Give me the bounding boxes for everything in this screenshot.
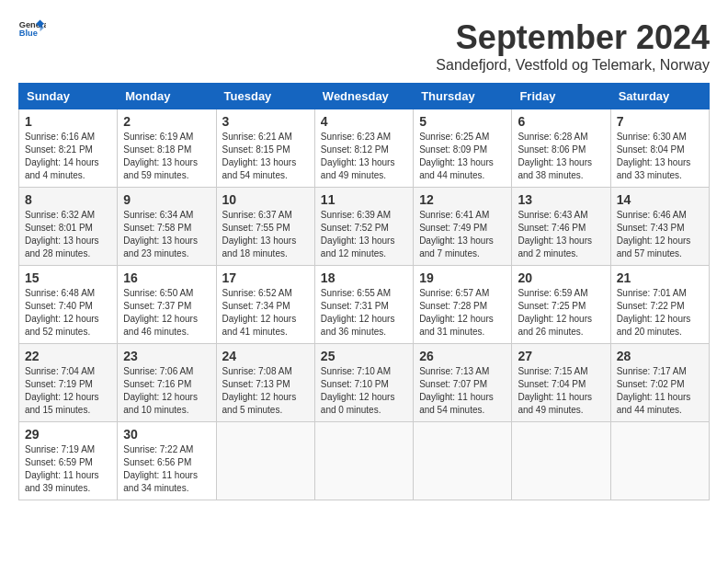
calendar-cell-3-5: 19Sunrise: 6:57 AM Sunset: 7:28 PM Dayli… bbox=[414, 266, 512, 344]
day-info: Sunrise: 6:39 AM Sunset: 7:52 PM Dayligh… bbox=[321, 209, 407, 260]
day-info: Sunrise: 6:16 AM Sunset: 8:21 PM Dayligh… bbox=[25, 131, 111, 182]
day-info: Sunrise: 6:21 AM Sunset: 8:15 PM Dayligh… bbox=[222, 131, 309, 182]
day-info: Sunrise: 6:30 AM Sunset: 8:04 PM Dayligh… bbox=[617, 131, 703, 182]
calendar-cell-5-3 bbox=[216, 422, 314, 500]
day-info: Sunrise: 7:13 AM Sunset: 7:07 PM Dayligh… bbox=[419, 365, 506, 417]
calendar-cell-3-6: 20Sunrise: 6:59 AM Sunset: 7:25 PM Dayli… bbox=[512, 266, 610, 344]
day-number: 2 bbox=[123, 114, 210, 129]
calendar-cell-2-6: 13Sunrise: 6:43 AM Sunset: 7:46 PM Dayli… bbox=[512, 188, 610, 266]
day-number: 30 bbox=[123, 427, 210, 442]
calendar-cell-1-4: 4Sunrise: 6:23 AM Sunset: 8:12 PM Daylig… bbox=[314, 109, 413, 188]
title-section: September 2024 Sandefjord, Vestfold og T… bbox=[436, 18, 710, 74]
day-number: 6 bbox=[518, 114, 604, 129]
calendar-cell-4-1: 22Sunrise: 7:04 AM Sunset: 7:19 PM Dayli… bbox=[19, 344, 118, 422]
calendar-cell-2-1: 8Sunrise: 6:32 AM Sunset: 8:01 PM Daylig… bbox=[19, 188, 118, 266]
day-info: Sunrise: 7:04 AM Sunset: 7:19 PM Dayligh… bbox=[25, 365, 111, 417]
day-info: Sunrise: 7:17 AM Sunset: 7:02 PM Dayligh… bbox=[617, 365, 703, 417]
day-number: 17 bbox=[222, 270, 309, 285]
logo-icon: General Blue bbox=[18, 18, 46, 37]
day-info: Sunrise: 6:41 AM Sunset: 7:49 PM Dayligh… bbox=[419, 209, 506, 260]
day-info: Sunrise: 6:34 AM Sunset: 7:58 PM Dayligh… bbox=[123, 209, 210, 260]
weekday-sunday: Sunday bbox=[19, 84, 118, 109]
day-number: 22 bbox=[25, 349, 111, 363]
day-info: Sunrise: 6:52 AM Sunset: 7:34 PM Dayligh… bbox=[222, 287, 309, 339]
day-number: 9 bbox=[123, 192, 210, 207]
weekday-wednesday: Wednesday bbox=[314, 84, 413, 109]
week-row-4: 22Sunrise: 7:04 AM Sunset: 7:19 PM Dayli… bbox=[19, 344, 710, 422]
day-info: Sunrise: 7:06 AM Sunset: 7:16 PM Dayligh… bbox=[123, 365, 210, 417]
weekday-tuesday: Tuesday bbox=[216, 84, 314, 109]
day-number: 1 bbox=[25, 114, 111, 129]
calendar-title: September 2024 bbox=[436, 18, 710, 57]
calendar-cell-1-5: 5Sunrise: 6:25 AM Sunset: 8:09 PM Daylig… bbox=[414, 109, 512, 188]
day-number: 7 bbox=[617, 114, 703, 129]
day-info: Sunrise: 7:10 AM Sunset: 7:10 PM Dayligh… bbox=[321, 365, 407, 417]
day-info: Sunrise: 7:22 AM Sunset: 6:56 PM Dayligh… bbox=[123, 443, 210, 495]
day-number: 12 bbox=[419, 192, 506, 207]
day-info: Sunrise: 7:01 AM Sunset: 7:22 PM Dayligh… bbox=[617, 287, 703, 339]
calendar-cell-5-2: 30Sunrise: 7:22 AM Sunset: 6:56 PM Dayli… bbox=[118, 422, 216, 500]
day-number: 4 bbox=[321, 114, 407, 129]
day-info: Sunrise: 6:43 AM Sunset: 7:46 PM Dayligh… bbox=[518, 209, 604, 260]
calendar-cell-4-7: 28Sunrise: 7:17 AM Sunset: 7:02 PM Dayli… bbox=[610, 344, 709, 422]
day-number: 26 bbox=[419, 349, 506, 363]
day-number: 19 bbox=[419, 270, 506, 285]
week-row-5: 29Sunrise: 7:19 AM Sunset: 6:59 PM Dayli… bbox=[19, 422, 710, 500]
day-info: Sunrise: 7:19 AM Sunset: 6:59 PM Dayligh… bbox=[25, 443, 111, 495]
week-row-1: 1Sunrise: 6:16 AM Sunset: 8:21 PM Daylig… bbox=[19, 109, 710, 188]
calendar-cell-4-5: 26Sunrise: 7:13 AM Sunset: 7:07 PM Dayli… bbox=[414, 344, 512, 422]
day-number: 16 bbox=[123, 270, 210, 285]
calendar-cell-3-2: 16Sunrise: 6:50 AM Sunset: 7:37 PM Dayli… bbox=[118, 266, 216, 344]
day-info: Sunrise: 6:28 AM Sunset: 8:06 PM Dayligh… bbox=[518, 131, 604, 182]
calendar-cell-1-7: 7Sunrise: 6:30 AM Sunset: 8:04 PM Daylig… bbox=[610, 109, 709, 188]
calendar-cell-3-4: 18Sunrise: 6:55 AM Sunset: 7:31 PM Dayli… bbox=[314, 266, 413, 344]
day-number: 5 bbox=[419, 114, 506, 129]
day-info: Sunrise: 7:08 AM Sunset: 7:13 PM Dayligh… bbox=[222, 365, 309, 417]
day-number: 14 bbox=[617, 192, 703, 207]
calendar-cell-2-2: 9Sunrise: 6:34 AM Sunset: 7:58 PM Daylig… bbox=[118, 188, 216, 266]
weekday-monday: Monday bbox=[118, 84, 216, 109]
calendar-cell-2-3: 10Sunrise: 6:37 AM Sunset: 7:55 PM Dayli… bbox=[216, 188, 314, 266]
day-info: Sunrise: 6:50 AM Sunset: 7:37 PM Dayligh… bbox=[123, 287, 210, 339]
day-info: Sunrise: 6:37 AM Sunset: 7:55 PM Dayligh… bbox=[222, 209, 309, 260]
calendar-cell-3-3: 17Sunrise: 6:52 AM Sunset: 7:34 PM Dayli… bbox=[216, 266, 314, 344]
calendar-cell-2-7: 14Sunrise: 6:46 AM Sunset: 7:43 PM Dayli… bbox=[610, 188, 709, 266]
weekday-saturday: Saturday bbox=[610, 84, 709, 109]
day-info: Sunrise: 6:46 AM Sunset: 7:43 PM Dayligh… bbox=[617, 209, 703, 260]
day-number: 20 bbox=[518, 270, 604, 285]
week-row-3: 15Sunrise: 6:48 AM Sunset: 7:40 PM Dayli… bbox=[19, 266, 710, 344]
calendar-cell-2-4: 11Sunrise: 6:39 AM Sunset: 7:52 PM Dayli… bbox=[314, 188, 413, 266]
day-number: 10 bbox=[222, 192, 309, 207]
calendar-cell-1-1: 1Sunrise: 6:16 AM Sunset: 8:21 PM Daylig… bbox=[19, 109, 118, 188]
day-number: 27 bbox=[518, 349, 604, 363]
calendar-cell-1-6: 6Sunrise: 6:28 AM Sunset: 8:06 PM Daylig… bbox=[512, 109, 610, 188]
day-info: Sunrise: 6:57 AM Sunset: 7:28 PM Dayligh… bbox=[419, 287, 506, 339]
calendar-cell-5-1: 29Sunrise: 7:19 AM Sunset: 6:59 PM Dayli… bbox=[19, 422, 118, 500]
day-info: Sunrise: 6:19 AM Sunset: 8:18 PM Dayligh… bbox=[123, 131, 210, 182]
week-row-2: 8Sunrise: 6:32 AM Sunset: 8:01 PM Daylig… bbox=[19, 188, 710, 266]
day-info: Sunrise: 6:59 AM Sunset: 7:25 PM Dayligh… bbox=[518, 287, 604, 339]
calendar-cell-3-1: 15Sunrise: 6:48 AM Sunset: 7:40 PM Dayli… bbox=[19, 266, 118, 344]
calendar-cell-4-4: 25Sunrise: 7:10 AM Sunset: 7:10 PM Dayli… bbox=[314, 344, 413, 422]
calendar-cell-5-7 bbox=[610, 422, 709, 500]
day-number: 21 bbox=[617, 270, 703, 285]
day-info: Sunrise: 6:23 AM Sunset: 8:12 PM Dayligh… bbox=[321, 131, 407, 182]
day-number: 11 bbox=[321, 192, 407, 207]
calendar-cell-4-6: 27Sunrise: 7:15 AM Sunset: 7:04 PM Dayli… bbox=[512, 344, 610, 422]
weekday-header-row: SundayMondayTuesdayWednesdayThursdayFrid… bbox=[19, 84, 710, 109]
calendar-cell-5-5 bbox=[414, 422, 512, 500]
calendar-subtitle: Sandefjord, Vestfold og Telemark, Norway bbox=[436, 57, 710, 74]
calendar-cell-2-5: 12Sunrise: 6:41 AM Sunset: 7:49 PM Dayli… bbox=[414, 188, 512, 266]
day-number: 13 bbox=[518, 192, 604, 207]
calendar-table: SundayMondayTuesdayWednesdayThursdayFrid… bbox=[18, 83, 710, 500]
calendar-cell-3-7: 21Sunrise: 7:01 AM Sunset: 7:22 PM Dayli… bbox=[610, 266, 709, 344]
day-number: 25 bbox=[321, 349, 407, 363]
calendar-cell-1-2: 2Sunrise: 6:19 AM Sunset: 8:18 PM Daylig… bbox=[118, 109, 216, 188]
day-number: 3 bbox=[222, 114, 309, 129]
day-info: Sunrise: 6:32 AM Sunset: 8:01 PM Dayligh… bbox=[25, 209, 111, 260]
day-info: Sunrise: 6:55 AM Sunset: 7:31 PM Dayligh… bbox=[321, 287, 407, 339]
day-info: Sunrise: 7:15 AM Sunset: 7:04 PM Dayligh… bbox=[518, 365, 604, 417]
weekday-thursday: Thursday bbox=[414, 84, 512, 109]
day-number: 28 bbox=[617, 349, 703, 363]
weekday-friday: Friday bbox=[512, 84, 610, 109]
